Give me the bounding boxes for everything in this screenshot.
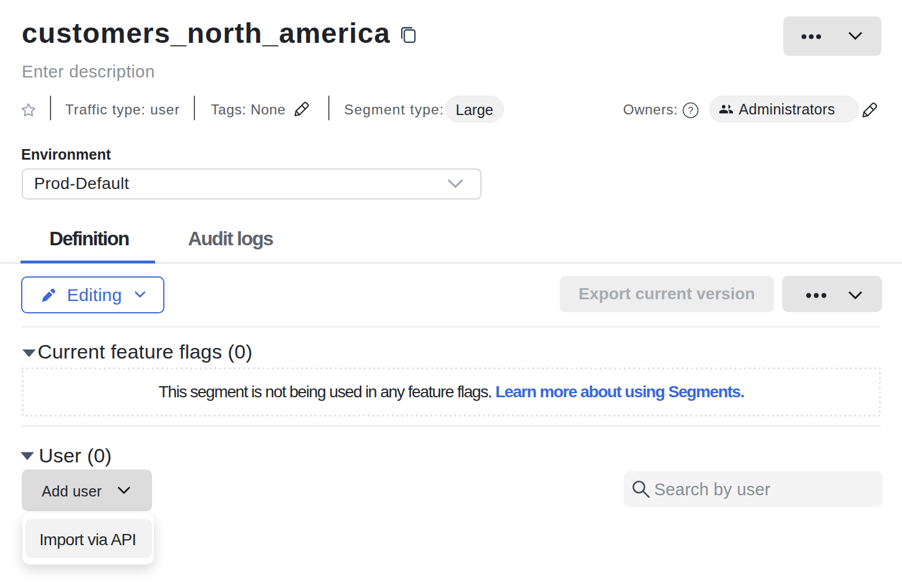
svg-text:?: ? xyxy=(688,105,693,116)
